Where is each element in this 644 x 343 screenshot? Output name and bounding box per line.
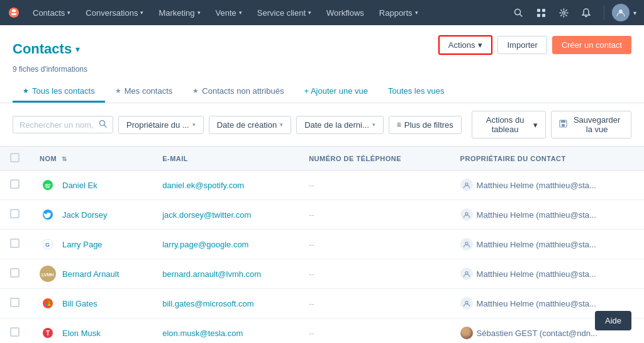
contact-name-link[interactable]: Larry Page: [62, 240, 103, 249]
svg-text:LVMH: LVMH: [42, 273, 53, 277]
tab-mes-contacts[interactable]: ★ Mes contacts: [105, 81, 183, 103]
search-box[interactable]: [13, 116, 113, 133]
contact-phone-cell: --: [299, 230, 450, 259]
row-checkbox[interactable]: [10, 268, 19, 278]
save-view-button[interactable]: Sauvegarder la vue: [551, 111, 631, 138]
row-checkbox[interactable]: [10, 179, 19, 189]
contact-email-link[interactable]: larry.page@google.com: [162, 240, 248, 249]
nav-service-client[interactable]: Service client ▾: [250, 0, 319, 25]
page-title: Contacts: [13, 41, 72, 57]
nav-marketing[interactable]: Marketing ▾: [151, 0, 208, 25]
nav-icon-group: ▾: [508, 3, 636, 23]
creation-date-caret-icon: ▾: [280, 121, 283, 128]
app-logo[interactable]: [8, 6, 20, 19]
select-all-checkbox[interactable]: [10, 153, 19, 162]
nav-rapports[interactable]: Rapports ▾: [372, 0, 426, 25]
contact-owner-name: Sébastien GEST (contact@ndn...: [477, 329, 597, 338]
contact-avatar: G: [40, 236, 56, 252]
contact-owner-cell: Matthieu Helme (matthieu@sta...: [450, 259, 644, 289]
svg-rect-4: [537, 14, 540, 17]
contact-owner-cell: Matthieu Helme (matthieu@sta...: [450, 171, 644, 200]
owner-filter-caret-icon: ▾: [192, 121, 196, 128]
nom-sort-icon[interactable]: ⇅: [62, 155, 67, 162]
select-all-header: [0, 147, 30, 171]
contact-email-link[interactable]: elon.musk@tesla.com: [162, 329, 243, 338]
tab-contacts-non-attribues[interactable]: ★ Contacts non attribués: [182, 81, 294, 103]
svg-line-9: [104, 125, 107, 128]
contact-owner-name: Matthieu Helme (matthieu@sta...: [477, 299, 596, 308]
tab-star-icon-1: ★: [115, 87, 121, 95]
contact-email-link[interactable]: bill.gates@microsoft.com: [162, 299, 253, 308]
vente-caret-icon: ▾: [239, 9, 242, 16]
filter-bar: Propriétaire du ... ▾ Date de création ▾…: [0, 103, 644, 147]
creation-date-filter-button[interactable]: Date de création ▾: [209, 116, 291, 134]
service-caret-icon: ▾: [308, 9, 311, 16]
contacts-table-wrapper: NOM ⇅ E-MAIL ⇅ NUMÉRO DE TÉLÉPHONE ⇅ PRO…: [0, 147, 644, 343]
svg-line-1: [519, 14, 522, 16]
table-row: LVMH Bernard Arnault bernard.arnault@lvm…: [0, 259, 644, 289]
tab-tous-les-contacts[interactable]: ★ Tous les contacts: [13, 81, 105, 103]
user-avatar[interactable]: [612, 4, 630, 21]
conversations-caret-icon: ▾: [140, 9, 143, 16]
search-nav-button[interactable]: [508, 3, 528, 23]
svg-point-6: [562, 11, 565, 14]
contact-email-link[interactable]: jack.dorsey@twitter.com: [162, 210, 251, 220]
last-date-caret-icon: ▾: [372, 121, 375, 128]
nav-vente[interactable]: Vente ▾: [208, 0, 250, 25]
svg-point-13: [43, 180, 53, 190]
owner-icon: [460, 297, 473, 310]
row-checkbox-cell: [0, 289, 30, 318]
aide-button[interactable]: Aide: [595, 311, 631, 330]
row-checkbox[interactable]: [10, 209, 19, 218]
contact-owner-name: Matthieu Helme (matthieu@sta...: [477, 269, 596, 279]
contact-name-link[interactable]: Bill Gates: [62, 299, 97, 308]
search-input[interactable]: [19, 120, 95, 130]
importer-button[interactable]: Importer: [497, 36, 547, 54]
owner-filter-button[interactable]: Propriétaire du ... ▾: [118, 116, 204, 134]
user-menu-caret[interactable]: ▾: [633, 9, 636, 16]
row-checkbox[interactable]: [10, 327, 19, 337]
marketplace-nav-button[interactable]: [531, 3, 551, 23]
filter-lines-icon: ≡: [397, 120, 401, 129]
table-actions-button[interactable]: Actions du tableau ▾: [472, 111, 547, 138]
title-dropdown-icon[interactable]: ▾: [75, 44, 80, 54]
row-checkbox[interactable]: [10, 239, 19, 248]
contact-email-link[interactable]: daniel.ek@spotify.com: [162, 181, 244, 190]
contact-name-link[interactable]: Jack Dorsey: [62, 210, 108, 220]
contact-email-cell: jack.dorsey@twitter.com: [152, 200, 299, 230]
owner-icon: [460, 267, 473, 280]
tab-toutes-les-vues[interactable]: Toutes les vues: [378, 81, 455, 103]
nav-conversations[interactable]: Conversations ▾: [78, 0, 151, 25]
contact-email-cell: bernard.arnault@lvmh.com: [152, 259, 299, 289]
contact-email-link[interactable]: bernard.arnault@lvmh.com: [162, 269, 261, 279]
contact-phone-cell: --: [299, 259, 450, 289]
row-checkbox-cell: [0, 259, 30, 289]
view-tabs: ★ Tous les contacts ★ Mes contacts ★ Con…: [13, 81, 631, 103]
contact-name-link[interactable]: Daniel Ek: [62, 181, 97, 190]
svg-text:T: T: [46, 330, 50, 337]
settings-nav-button[interactable]: [553, 3, 574, 23]
nav-workflows[interactable]: Workflows: [319, 0, 372, 25]
last-date-filter-button[interactable]: Date de la derni... ▾: [296, 116, 384, 134]
actions-button[interactable]: Actions ▾: [438, 35, 493, 55]
contacts-table: NOM ⇅ E-MAIL ⇅ NUMÉRO DE TÉLÉPHONE ⇅ PRO…: [0, 147, 644, 343]
tab-ajouter-vue[interactable]: + Ajouter une vue: [294, 81, 378, 103]
table-row: Bill Gates bill.gates@microsoft.com -- M…: [0, 289, 644, 318]
search-icon: [99, 120, 107, 130]
contact-owner-name: Matthieu Helme (matthieu@sta...: [477, 181, 596, 190]
nav-contacts[interactable]: Contacts ▾: [25, 0, 78, 25]
svg-rect-5: [542, 14, 545, 17]
more-filters-button[interactable]: ≡ Plus de filtres: [389, 116, 462, 134]
svg-rect-2: [537, 9, 540, 12]
row-checkbox-cell: [0, 200, 30, 230]
contact-name-link[interactable]: Elon Musk: [62, 329, 101, 338]
create-contact-button[interactable]: Créer un contact: [552, 36, 631, 54]
owner-icon: [460, 179, 473, 191]
notifications-nav-button[interactable]: [576, 3, 596, 23]
owner-icon: [460, 208, 473, 221]
tab-star-icon-2: ★: [192, 87, 199, 95]
contact-name-link[interactable]: Bernard Arnault: [62, 269, 119, 279]
contact-avatar: T: [40, 325, 56, 341]
row-checkbox[interactable]: [10, 298, 19, 307]
contact-phone: --: [309, 299, 314, 308]
